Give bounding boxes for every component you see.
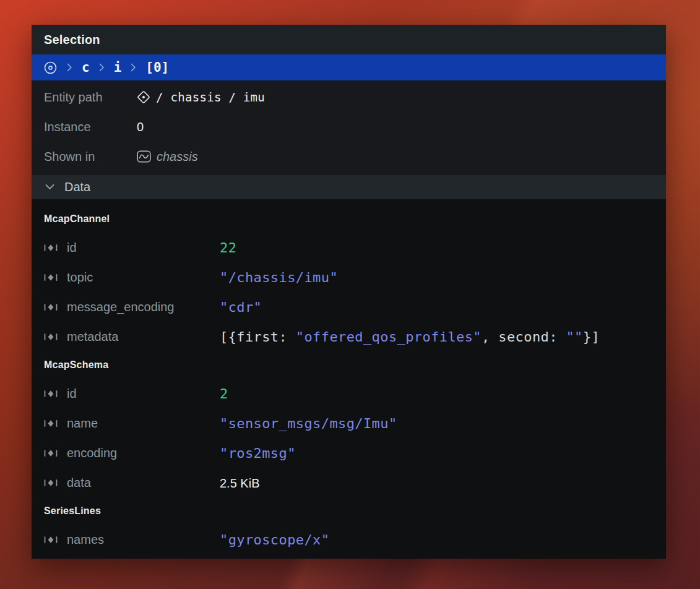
component-label: message_encoding <box>67 300 220 314</box>
selection-panel-header: Selection <box>32 25 666 54</box>
component-row-topic[interactable]: topic "/chassis/imu" <box>32 262 666 292</box>
component-icon <box>44 536 59 544</box>
component-icon <box>44 333 59 341</box>
component-value: 22 <box>220 240 236 256</box>
breadcrumb-item-instance[interactable]: [0] <box>145 61 169 74</box>
component-icon <box>44 419 59 428</box>
breadcrumb: c i [0] <box>32 54 666 80</box>
component-value: 2 <box>220 386 228 402</box>
component-row-metadata[interactable]: metadata [{first: "offered_qos_profiles"… <box>32 322 666 351</box>
component-value: 2.5 KiB <box>220 475 259 491</box>
value-part: "gyroscope/x" <box>220 532 329 548</box>
component-row-channel-id[interactable]: id 22 <box>32 233 666 262</box>
component-row-message-encoding[interactable]: message_encoding "cdr" <box>32 292 666 322</box>
component-label: name <box>67 416 220 431</box>
value-part: "cdr" <box>220 299 262 315</box>
value-part: "offered_qos_profiles" <box>296 329 482 345</box>
component-row-schema-name[interactable]: name "sensor_msgs/msg/Imu" <box>32 408 666 438</box>
component-icon <box>44 273 59 282</box>
entity-icon <box>137 90 150 104</box>
component-value: [{first: "offered_qos_profiles", second:… <box>220 329 600 345</box>
component-label: topic <box>67 270 220 285</box>
chevron-right-icon <box>131 63 136 72</box>
entity-root-icon[interactable] <box>43 61 58 75</box>
component-row-schema-id[interactable]: id 2 <box>32 379 666 408</box>
component-value: "gyroscope/x" <box>220 532 329 548</box>
group-title-serieslines: SeriesLines <box>32 497 666 525</box>
shown-in-label: Shown in <box>44 150 137 164</box>
desktop-wallpaper: Selection c i [0] <box>0 0 700 589</box>
instance-label: Instance <box>44 120 137 134</box>
data-section-title: Data <box>64 180 90 194</box>
value-part: , second: <box>482 329 566 345</box>
component-label: id <box>67 387 220 401</box>
group-title-mcapschema: McapSchema <box>32 351 666 379</box>
timeseries-view-icon <box>137 150 151 163</box>
data-section-header[interactable]: Data <box>32 174 666 199</box>
entity-path-value[interactable]: / chassis / imu <box>156 90 265 104</box>
selection-info: Entity path / chassis / imu Instance 0 <box>32 80 666 174</box>
panel-title: Selection <box>44 33 100 47</box>
selection-panel: Selection c i [0] <box>32 25 666 559</box>
value-part: "" <box>566 329 582 345</box>
component-value: "ros2msg" <box>220 445 296 461</box>
value-part: "/chassis/imu" <box>220 270 338 285</box>
instance-row: Instance 0 <box>32 112 666 142</box>
component-value: "/chassis/imu" <box>220 270 338 285</box>
component-icon <box>44 244 59 252</box>
value-part: "sensor_msgs/msg/Imu" <box>220 416 397 431</box>
chevron-down-icon <box>45 184 54 190</box>
chevron-right-icon <box>67 63 72 72</box>
component-icon <box>44 479 59 487</box>
data-section-content: McapChannel id 22 topic "/chassis/imu" <box>32 199 666 559</box>
component-label: data <box>67 476 220 490</box>
component-row-names[interactable]: names "gyroscope/x" <box>32 525 666 554</box>
component-value: "cdr" <box>220 299 262 315</box>
component-label: metadata <box>67 330 220 344</box>
component-icon <box>44 390 59 398</box>
group-title-mcapchannel: McapChannel <box>32 205 666 233</box>
breadcrumb-item-chassis[interactable]: c <box>82 61 90 74</box>
component-value: "sensor_msgs/msg/Imu" <box>220 416 397 431</box>
entity-path-label: Entity path <box>44 90 137 105</box>
instance-value: 0 <box>137 120 144 134</box>
value-part: 2.5 KiB <box>220 476 259 490</box>
entity-path-row: Entity path / chassis / imu <box>32 82 666 112</box>
component-label: id <box>67 241 220 255</box>
breadcrumb-item-imu[interactable]: i <box>114 61 122 74</box>
shown-in-view-link[interactable]: chassis <box>157 150 198 164</box>
component-icon <box>44 449 59 457</box>
value-part: }] <box>583 329 600 345</box>
value-part: "ros2msg" <box>220 445 296 461</box>
value-part: [{first: <box>220 329 296 345</box>
component-row-schema-encoding[interactable]: encoding "ros2msg" <box>32 438 666 468</box>
component-label: names <box>67 533 220 547</box>
component-label: encoding <box>67 446 220 460</box>
component-row-schema-data[interactable]: data 2.5 KiB <box>32 468 666 497</box>
chevron-right-icon <box>99 63 105 72</box>
value-part: 2 <box>220 386 228 402</box>
value-part: 22 <box>220 240 236 256</box>
shown-in-row: Shown in chassis <box>32 142 666 171</box>
component-icon <box>44 303 59 311</box>
